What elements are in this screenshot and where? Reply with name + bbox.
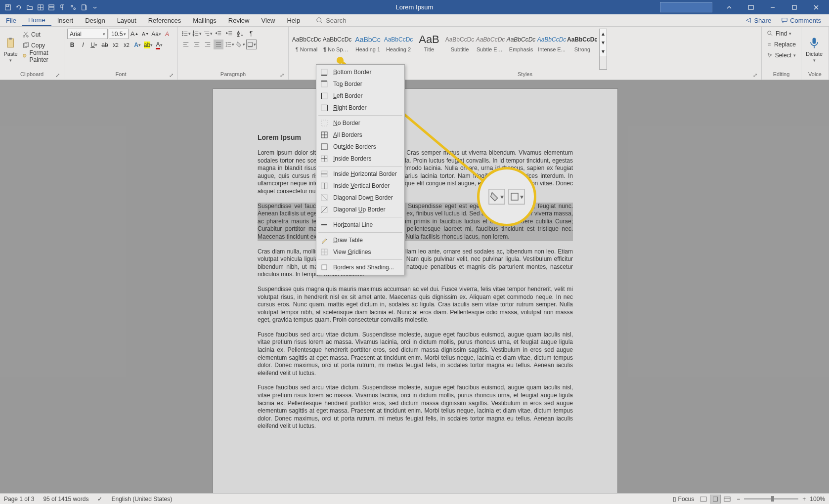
strike-button[interactable]: ab xyxy=(100,40,110,50)
font-name-select[interactable]: Arial▾ xyxy=(67,29,108,39)
font-color-icon[interactable]: A▾ xyxy=(154,40,164,50)
multilevel-icon[interactable]: ▾ xyxy=(203,29,213,39)
underline-button[interactable]: U▾ xyxy=(89,40,99,50)
styles-down-icon[interactable]: ▾ xyxy=(600,38,607,47)
style-item-4[interactable]: AaBTitle xyxy=(414,29,444,56)
decrease-indent-icon[interactable] xyxy=(214,29,223,39)
save-icon[interactable] xyxy=(3,2,13,12)
borders-item-rb[interactable]: Right Border xyxy=(316,102,404,114)
superscript-button[interactable]: x2 xyxy=(122,40,131,50)
align-left-icon[interactable] xyxy=(181,40,191,49)
styles-gallery[interactable]: AaBbCcDc¶ NormalAaBbCcDc¶ No Spac...AaBb… xyxy=(292,29,597,70)
style-item-1[interactable]: AaBbCcDc¶ No Spac... xyxy=(322,29,352,56)
numbering-icon[interactable]: 123▾ xyxy=(192,29,202,39)
subscript-button[interactable]: x2 xyxy=(111,40,121,50)
clipboard-launcher[interactable]: ⤢ xyxy=(54,72,61,79)
font-launcher[interactable]: ⤢ xyxy=(168,72,175,79)
bold-button[interactable]: B xyxy=(67,40,77,50)
borders-item-iv[interactable]: Inside Vertical Border xyxy=(316,180,404,192)
styles-up-icon[interactable]: ▴ xyxy=(600,29,607,38)
maximize-icon[interactable] xyxy=(785,0,804,14)
borders-item-vg[interactable]: View Gridlines xyxy=(316,246,404,258)
replace-button[interactable]: Replace xyxy=(765,40,798,49)
tab-design[interactable]: Design xyxy=(79,14,111,26)
tab-layout[interactable]: Layout xyxy=(111,14,142,26)
qat-more-icon[interactable] xyxy=(90,2,100,12)
undo-icon[interactable] xyxy=(14,2,24,12)
zoom-level[interactable]: 100% xyxy=(810,496,825,503)
borders-item-nb[interactable]: No Border xyxy=(316,117,404,129)
zoom-out-icon[interactable]: − xyxy=(737,496,740,503)
status-proof-icon[interactable]: ✓ xyxy=(97,496,102,503)
style-item-6[interactable]: AaBbCcDcSubtle Em... xyxy=(476,29,505,56)
account-area[interactable] xyxy=(660,2,712,12)
show-marks-icon[interactable]: ¶ xyxy=(246,29,256,39)
decrease-size-icon[interactable]: A▼ xyxy=(140,29,150,39)
share-button[interactable]: Share xyxy=(742,17,774,24)
sort-icon[interactable]: AZ xyxy=(235,29,245,39)
align-center-icon[interactable] xyxy=(192,40,202,49)
paragraph-launcher[interactable]: ⤢ xyxy=(278,72,285,79)
borders-item-ih[interactable]: Inside Horizontal Border xyxy=(316,168,404,180)
tab-file[interactable]: File xyxy=(0,14,22,26)
zoom-in-icon[interactable]: + xyxy=(802,496,806,503)
folder-icon[interactable] xyxy=(25,2,35,12)
highlight-icon[interactable]: ab▾ xyxy=(143,40,153,50)
window-icon[interactable] xyxy=(741,0,761,14)
styles-launcher[interactable]: ⤢ xyxy=(751,72,758,79)
style-item-3[interactable]: AaBbCcDcHeading 2 xyxy=(384,29,413,56)
copy-button[interactable]: Copy xyxy=(20,41,61,50)
tab-references[interactable]: References xyxy=(142,14,187,26)
borders-item-hl[interactable]: Horizontal Line xyxy=(316,219,404,231)
borders-item-dt[interactable]: Draw Table xyxy=(316,234,404,246)
format-painter-button[interactable]: Format Painter xyxy=(20,51,61,61)
tab-review[interactable]: Review xyxy=(222,14,256,26)
borders-item-ob[interactable]: Outside Borders xyxy=(316,141,404,153)
read-mode-icon[interactable] xyxy=(698,495,709,504)
dictate-button[interactable]: Dictate ▾ xyxy=(804,29,824,70)
close-icon[interactable] xyxy=(806,0,826,14)
status-page[interactable]: Page 1 of 3 xyxy=(4,496,34,503)
print-layout-icon[interactable] xyxy=(710,495,721,504)
borders-item-bb[interactable]: Bottom Border xyxy=(316,66,404,78)
borders-button[interactable]: ▾ xyxy=(246,40,257,49)
shading-icon[interactable]: ▾ xyxy=(235,40,245,49)
table-icon[interactable] xyxy=(36,2,45,12)
style-item-9[interactable]: AaBbCcDcStrong xyxy=(567,29,597,56)
comments-button[interactable]: Comments xyxy=(778,17,824,24)
web-layout-icon[interactable] xyxy=(722,495,733,504)
paste-button[interactable]: Paste ▾ xyxy=(3,29,18,70)
font-size-select[interactable]: 10.5▾ xyxy=(109,29,129,39)
zoom-slider[interactable] xyxy=(744,498,798,500)
tab-help[interactable]: Help xyxy=(281,14,306,26)
minimize-icon[interactable] xyxy=(763,0,783,14)
borders-item-bs[interactable]: Borders and Shading... xyxy=(316,261,404,273)
borders-item-ib[interactable]: Inside Borders xyxy=(316,153,404,165)
document-area[interactable]: Lorem Ipsum Lorem ipsum dolor sit amet c… xyxy=(0,80,829,495)
increase-indent-icon[interactable] xyxy=(224,29,234,39)
tab-insert[interactable]: Insert xyxy=(51,14,80,26)
find-button[interactable]: Find▾ xyxy=(765,29,798,39)
borders-item-du[interactable]: Diagonal Up Border xyxy=(316,204,404,215)
paragraph-icon[interactable] xyxy=(57,2,67,12)
tab-mailings[interactable]: Mailings xyxy=(187,14,222,26)
status-words[interactable]: 95 of 1415 words xyxy=(43,496,88,503)
focus-button[interactable]: ▯ Focus xyxy=(673,496,694,503)
status-lang[interactable]: English (United States) xyxy=(111,496,172,503)
style-item-0[interactable]: AaBbCcDc¶ Normal xyxy=(292,29,321,56)
new-doc-icon[interactable] xyxy=(79,2,89,12)
search-box[interactable] xyxy=(316,14,385,26)
search-input[interactable] xyxy=(326,17,385,24)
style-item-2[interactable]: AaBbCcHeading 1 xyxy=(353,29,383,56)
borders-item-ab[interactable]: All Borders xyxy=(316,129,404,141)
ribbon-display-icon[interactable] xyxy=(719,0,739,14)
change-case-icon[interactable]: Aa▾ xyxy=(151,29,161,39)
style-item-7[interactable]: AaBbCcDcEmphasis xyxy=(506,29,536,56)
select-button[interactable]: Select▾ xyxy=(765,50,798,60)
align-justify-icon[interactable] xyxy=(214,40,223,49)
marks-icon[interactable] xyxy=(68,2,78,12)
tab-view[interactable]: View xyxy=(255,14,281,26)
layout-icon[interactable] xyxy=(46,2,56,12)
text-effects-icon[interactable]: A▾ xyxy=(132,40,142,50)
styles-more-icon[interactable]: ▾ xyxy=(600,47,607,56)
